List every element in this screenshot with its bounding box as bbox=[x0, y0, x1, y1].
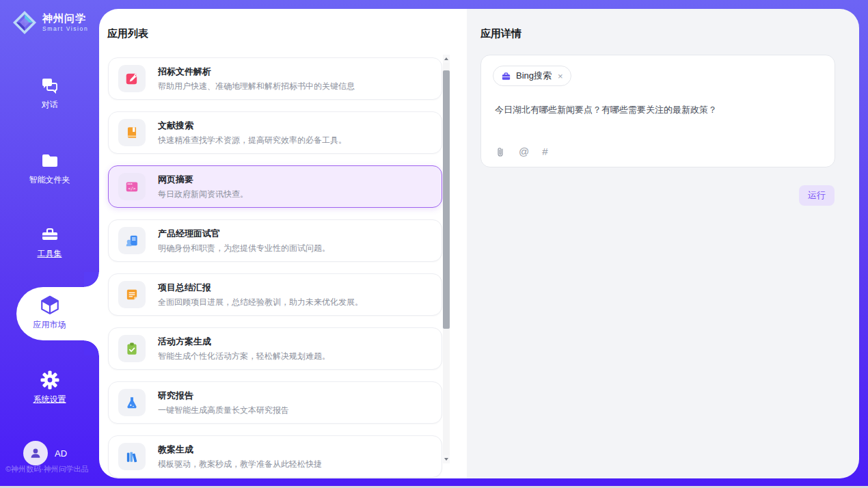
app-desc: 智能生成个性化活动方案，轻松解决规划难题。 bbox=[158, 351, 330, 362]
app-name: 招标文件解析 bbox=[158, 66, 355, 78]
bubble-fillet-top bbox=[84, 272, 99, 287]
books-icon bbox=[124, 449, 139, 464]
svg-text:</>: </> bbox=[128, 186, 136, 191]
browser-code-icon: </> bbox=[124, 179, 139, 194]
app-name: 产品经理面试官 bbox=[158, 228, 330, 240]
attachment-toolbar: @ # bbox=[495, 146, 548, 157]
app-card-pm-interviewer[interactable]: 产品经理面试官 明确身份和职责，为您提供专业性的面试问题。 bbox=[108, 219, 442, 262]
brand-logo: 神州问学 Smart Vision bbox=[11, 9, 88, 36]
app-icon-tile: </> bbox=[118, 173, 146, 200]
book-icon bbox=[124, 125, 139, 140]
app-name: 教案生成 bbox=[158, 444, 322, 456]
app-list-scrollbar[interactable] bbox=[443, 55, 450, 463]
interviewer-icon bbox=[124, 233, 139, 248]
brand-subtitle: Smart Vision bbox=[42, 26, 88, 32]
pen-square-icon bbox=[124, 71, 139, 86]
app-card-research-report[interactable]: 研究报告 一键智能生成高质量长文本研究报告 bbox=[108, 381, 442, 424]
flask-icon bbox=[124, 395, 139, 410]
gear-icon bbox=[40, 370, 60, 390]
app-name: 活动方案生成 bbox=[158, 336, 330, 348]
folder-icon bbox=[40, 150, 60, 171]
app-name: 网页摘要 bbox=[158, 174, 248, 186]
app-list-title: 应用列表 bbox=[107, 27, 148, 40]
app-name: 研究报告 bbox=[158, 390, 289, 402]
user-account[interactable]: AD bbox=[23, 441, 67, 465]
sidebar-item-smart-folder[interactable]: 智能文件夹 bbox=[0, 150, 99, 186]
sidebar-item-label: 应用市场 bbox=[33, 319, 66, 331]
app-icon-tile bbox=[118, 335, 146, 362]
scroll-down-icon[interactable] bbox=[443, 455, 450, 463]
app-card-bid-document-parse[interactable]: 招标文件解析 帮助用户快速、准确地理解和解析招标书中的关键信息 bbox=[108, 57, 442, 100]
report-note-icon bbox=[124, 287, 139, 302]
app-icon-tile bbox=[118, 281, 146, 308]
app-card-project-summary[interactable]: 项目总结汇报 全面回顾项目进展，总结经验教训，助力未来优化发展。 bbox=[108, 273, 442, 316]
app-desc: 全面回顾项目进展，总结经验教训，助力未来优化发展。 bbox=[158, 297, 363, 308]
app-card-event-plan[interactable]: 活动方案生成 智能生成个性化活动方案，轻松解决规划难题。 bbox=[108, 327, 442, 370]
tool-chip-bing-search[interactable]: Bing搜索 × bbox=[493, 66, 571, 86]
app-name: 文献搜索 bbox=[158, 120, 347, 132]
app-icon-tile bbox=[118, 389, 146, 416]
app-list-panel: 应用列表 招标文件解析 帮助用户快速、准确地理解和解析招标书中的关键信息 bbox=[99, 9, 467, 478]
chat-icon bbox=[40, 75, 60, 96]
app-detail-title: 应用详情 bbox=[480, 27, 521, 40]
paperclip-icon[interactable] bbox=[495, 146, 506, 157]
app-desc: 一键智能生成高质量长文本研究报告 bbox=[158, 405, 289, 416]
clipboard-check-icon bbox=[124, 341, 139, 356]
sidebar-item-toolset[interactable]: 工具集 bbox=[0, 224, 99, 260]
sidebar-item-label: 智能文件夹 bbox=[29, 174, 70, 186]
sidebar-item-chat[interactable]: 对话 bbox=[0, 75, 99, 111]
hash-icon[interactable]: # bbox=[542, 146, 547, 157]
app-desc: 明确身份和职责，为您提供专业性的面试问题。 bbox=[158, 243, 330, 254]
sidebar-item-settings[interactable]: 系统设置 bbox=[0, 370, 99, 405]
app-card-web-summary[interactable]: </> 网页摘要 每日政府新闻资讯快查。 bbox=[108, 165, 442, 208]
sidebar-item-label: 对话 bbox=[42, 99, 58, 111]
scrollbar-thumb[interactable] bbox=[443, 70, 450, 329]
app-desc: 模板驱动，教案秒成，教学准备从此轻松快捷 bbox=[158, 459, 322, 470]
toolbox-icon bbox=[40, 224, 60, 245]
app-card-lesson-plan[interactable]: 教案生成 模板驱动，教案秒成，教学准备从此轻松快捷 bbox=[108, 435, 442, 478]
sidebar-item-label: 工具集 bbox=[38, 248, 62, 260]
sidebar-item-label: 系统设置 bbox=[33, 394, 66, 405]
avatar bbox=[23, 441, 48, 465]
diamond-logo-icon bbox=[11, 9, 38, 36]
app-icon-tile bbox=[118, 227, 146, 254]
brand-title: 神州问学 bbox=[42, 13, 88, 25]
briefcase-icon bbox=[501, 71, 511, 81]
app-detail-panel: 应用详情 Bing搜索 × 今日湖北有哪些新闻要点？有哪些需要关注的最新政策？ bbox=[467, 9, 859, 478]
at-mention-icon[interactable]: @ bbox=[519, 146, 529, 157]
scroll-up-icon[interactable] bbox=[443, 55, 450, 63]
app-desc: 每日政府新闻资讯快查。 bbox=[158, 189, 248, 200]
close-icon[interactable]: × bbox=[558, 71, 563, 81]
query-input-text[interactable]: 今日湖北有哪些新闻要点？有哪些需要关注的最新政策？ bbox=[495, 104, 717, 116]
person-icon bbox=[28, 446, 43, 461]
sidebar-item-app-market[interactable]: 应用市场 bbox=[0, 294, 99, 331]
app-name: 项目总结汇报 bbox=[158, 282, 363, 294]
app-card-literature-search[interactable]: 文献搜索 快速精准查找学术资源，提高研究效率的必备工具。 bbox=[108, 111, 442, 154]
content-area: 应用列表 招标文件解析 帮助用户快速、准确地理解和解析招标书中的关键信息 bbox=[99, 9, 859, 478]
app-desc: 帮助用户快速、准确地理解和解析招标书中的关键信息 bbox=[158, 81, 355, 92]
app-desc: 快速精准查找学术资源，提高研究效率的必备工具。 bbox=[158, 135, 347, 146]
app-icon-tile bbox=[118, 119, 146, 146]
app-frame: 神州问学 Smart Vision 对话 智能文件夹 bbox=[0, 0, 868, 486]
cube-icon bbox=[39, 294, 61, 316]
bubble-fillet-bottom bbox=[84, 340, 99, 355]
prompt-card[interactable]: Bing搜索 × 今日湖北有哪些新闻要点？有哪些需要关注的最新政策？ @ # bbox=[480, 55, 835, 167]
app-icon-tile bbox=[118, 443, 146, 470]
user-initials: AD bbox=[55, 448, 67, 459]
run-button[interactable]: 运行 bbox=[799, 185, 835, 206]
sidebar: 神州问学 Smart Vision 对话 智能文件夹 bbox=[0, 0, 99, 486]
app-icon-tile bbox=[118, 65, 146, 92]
tool-chip-label: Bing搜索 bbox=[516, 70, 552, 82]
copyright-footer: ©神州数码·神州问学出品 bbox=[5, 464, 89, 474]
